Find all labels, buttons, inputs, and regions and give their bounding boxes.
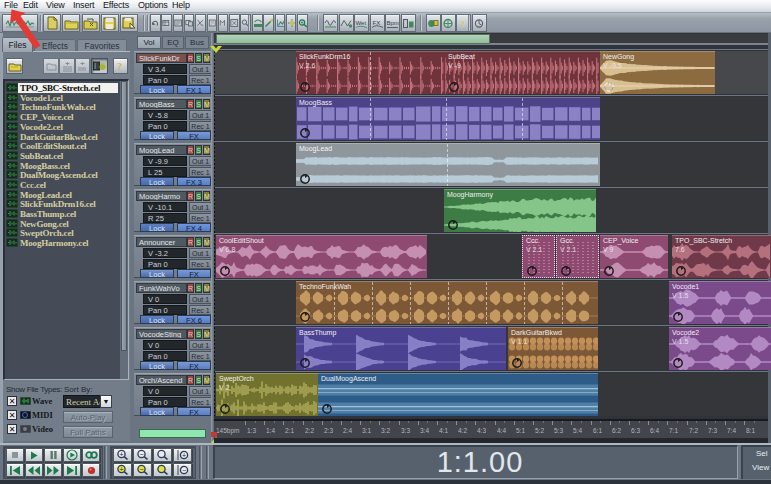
svg-text:FX: FX bbox=[372, 20, 380, 26]
svg-text:Wet: Wet bbox=[356, 20, 367, 26]
svg-text:?: ? bbox=[117, 61, 122, 72]
svg-text:−: − bbox=[140, 466, 144, 473]
svg-text:+: + bbox=[120, 451, 124, 458]
svg-text:+: + bbox=[182, 452, 186, 459]
svg-text:?: ? bbox=[461, 19, 466, 29]
svg-text:−: − bbox=[182, 467, 186, 474]
svg-text:−: − bbox=[140, 451, 144, 458]
svg-text:Bpm: Bpm bbox=[387, 20, 399, 26]
svg-text:+: + bbox=[120, 466, 124, 473]
